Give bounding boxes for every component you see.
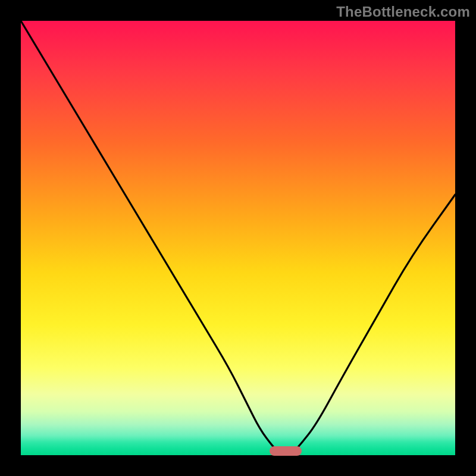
bottleneck-curve [21, 21, 455, 455]
optimal-marker [270, 446, 302, 456]
chart-plot-area [21, 21, 455, 455]
watermark-text: TheBottleneck.com [336, 4, 470, 20]
